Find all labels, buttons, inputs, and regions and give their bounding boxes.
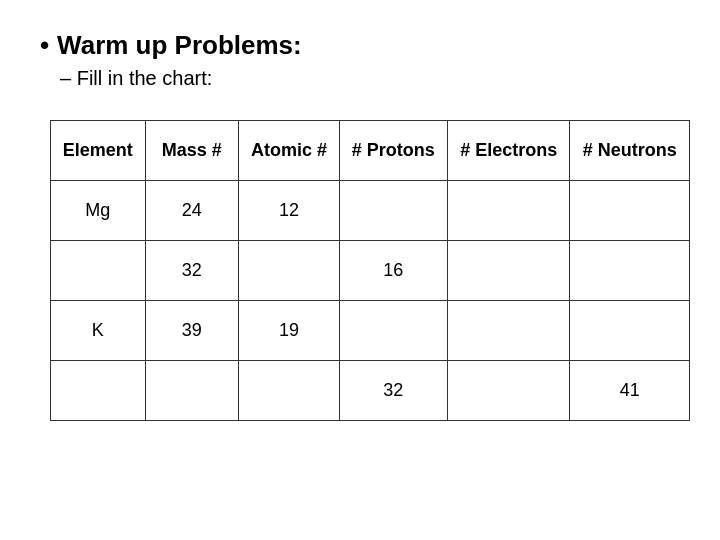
table-cell: 32 [145,241,238,301]
col-header-element: Element [51,121,146,181]
table-cell: 24 [145,181,238,241]
page-title: •Warm up Problems: [40,30,680,61]
table-cell [447,301,570,361]
page: •Warm up Problems: – Fill in the chart: … [0,0,720,540]
table-cell: Mg [51,181,146,241]
col-header-protons: # Protons [339,121,447,181]
table-cell [570,241,690,301]
table-row: 3216 [51,241,690,301]
table-cell [51,361,146,421]
table-cell: 12 [239,181,340,241]
table-cell [447,181,570,241]
col-header-atomic: Atomic # [239,121,340,181]
page-subtitle: – Fill in the chart: [60,67,680,90]
bullet-icon: • [40,30,49,60]
table-cell [239,241,340,301]
table-cell: 16 [339,241,447,301]
table-cell [570,181,690,241]
table-cell: 32 [339,361,447,421]
table-cell: 41 [570,361,690,421]
table-row: K3919 [51,301,690,361]
table-cell [51,241,146,301]
fill-in-chart: Element Mass # Atomic # # Protons # Elec… [50,120,690,421]
table-cell [447,361,570,421]
table-cell: K [51,301,146,361]
table-cell [447,241,570,301]
table-cell [339,301,447,361]
table-cell: 39 [145,301,238,361]
table-cell: 19 [239,301,340,361]
col-header-neutrons: # Neutrons [570,121,690,181]
col-header-electrons: # Electrons [447,121,570,181]
table-cell [570,301,690,361]
table-cell [239,361,340,421]
table-row: Mg2412 [51,181,690,241]
col-header-mass: Mass # [145,121,238,181]
table-header-row: Element Mass # Atomic # # Protons # Elec… [51,121,690,181]
table-cell [339,181,447,241]
table-row: 3241 [51,361,690,421]
table-cell [145,361,238,421]
